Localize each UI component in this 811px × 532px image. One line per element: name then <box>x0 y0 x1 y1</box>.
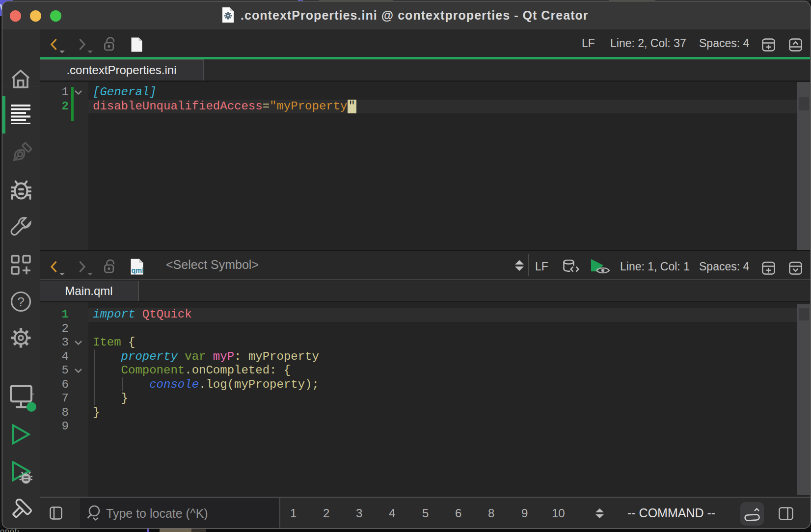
svg-text:qml: qml <box>132 266 144 274</box>
svg-text:?: ? <box>17 294 24 309</box>
